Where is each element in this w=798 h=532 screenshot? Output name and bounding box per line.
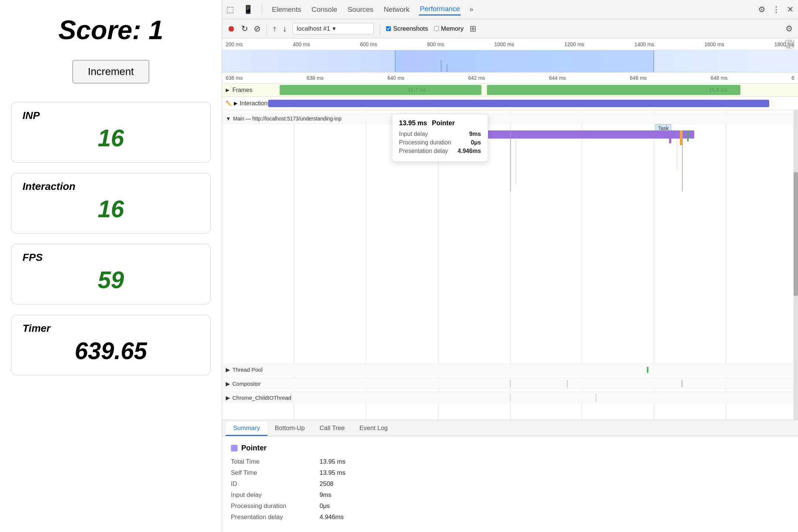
main-thread-label[interactable]: ▼ Main — http://localhost:5173/understan…: [222, 113, 798, 124]
ruler-1400ms: 1400 ms: [634, 41, 654, 47]
tooltip-input-delay-val: 9ms: [469, 131, 481, 137]
ruler-600ms: 600 ms: [360, 41, 377, 47]
interaction-label: Interaction: [23, 181, 199, 192]
devtools-tab-bar: ⬚ 📱 Elements Console Sources Network Per…: [222, 0, 798, 19]
timeline-ruler[interactable]: 200 ms 400 ms 600 ms 800 ms 1000 ms 1200…: [222, 38, 798, 50]
summary-total-time-key: Total Time: [231, 458, 320, 466]
v-spike-purple-1: [510, 132, 511, 191]
tab-bottom-up[interactable]: Bottom-Up: [267, 422, 312, 436]
zoom-644ms: 644 ms: [549, 75, 566, 81]
interactions-label: Interactions: [240, 100, 270, 107]
tooltip-presentation-row: Presentation delay 4.946ms: [399, 148, 481, 154]
record-button[interactable]: ⏺: [227, 24, 235, 34]
trace-scrollbar[interactable]: [794, 110, 798, 420]
screenshots-checkbox[interactable]: [386, 26, 391, 31]
close-icon[interactable]: ✕: [787, 5, 794, 14]
summary-input-delay-val: 9ms: [320, 491, 331, 499]
interaction-card: Interaction 16: [11, 173, 211, 233]
devtools-panel: ⬚ 📱 Elements Console Sources Network Per…: [222, 0, 798, 532]
ruler-1600ms: 1600 ms: [705, 41, 724, 47]
interactions-pencil-icon[interactable]: ✏️: [226, 100, 232, 106]
tab-elements[interactable]: Elements: [271, 4, 302, 15]
tooltip: 13.95 ms Pointer Input delay 9ms Process…: [392, 114, 488, 162]
summary-total-time-val: 13.95 ms: [320, 458, 345, 466]
bottom-tab-bar: Summary Bottom-Up Call Tree Event Log: [222, 420, 798, 436]
frames-label: Frames: [232, 87, 252, 93]
tab-event-log[interactable]: Event Log: [352, 422, 395, 436]
url-selector[interactable]: localhost #1 ▾: [293, 23, 374, 34]
tab-sources[interactable]: Sources: [347, 4, 374, 15]
compositor-tick-1: [510, 380, 511, 388]
main-thread-expand-icon[interactable]: ▼: [226, 116, 231, 122]
fps-value: 59: [23, 266, 199, 294]
interactions-row[interactable]: ✏️ ▶ Interactions: [222, 97, 798, 110]
reload-record-button[interactable]: ↻: [241, 24, 248, 34]
thread-pool-row[interactable]: ▶ Thread Pool: [222, 364, 798, 375]
chrome-io-expand-icon[interactable]: ▶: [226, 395, 230, 401]
ruler-800ms: 800 ms: [427, 41, 444, 47]
tab-console[interactable]: Console: [311, 4, 338, 15]
frames-expand-icon[interactable]: ▶: [226, 87, 229, 93]
tooltip-processing-label: Processing duration: [399, 139, 451, 146]
interactions-expand-icon[interactable]: ▶: [234, 100, 238, 106]
inspect-icon[interactable]: ⬚: [226, 5, 234, 14]
main-thread-url: Main — http://localhost:5173/understandi…: [233, 116, 341, 122]
summary-input-delay-key: Input delay: [231, 491, 320, 499]
summary-presentation-val: 4.946ms: [320, 514, 344, 521]
compositor-bar: [681, 381, 683, 387]
clear-button[interactable]: ⊘: [254, 24, 260, 34]
url-dropdown-icon[interactable]: ▾: [332, 25, 336, 33]
tab-call-tree[interactable]: Call Tree: [312, 422, 352, 436]
ruler-1200ms: 1200 ms: [565, 41, 584, 47]
summary-total-time-row: Total Time 13.95 ms: [231, 458, 789, 466]
download-icon[interactable]: ↓: [283, 24, 287, 34]
device-toolbar-icon[interactable]: 📱: [243, 5, 253, 14]
cpu-label: CPU: [785, 39, 794, 44]
interaction-value: 16: [23, 195, 199, 223]
increment-button[interactable]: Increment: [72, 60, 150, 83]
cpu-throttle-icon[interactable]: ⊞: [470, 24, 476, 34]
interaction-timeline-bar[interactable]: [268, 100, 769, 107]
summary-panel: Pointer Total Time 13.95 ms Self Time 13…: [222, 436, 798, 532]
tab-performance[interactable]: Performance: [419, 3, 461, 16]
ruler-labels: 200 ms 400 ms 600 ms 800 ms 1000 ms 1200…: [226, 41, 794, 47]
zoom-ruler[interactable]: 636 ms 638 ms 640 ms 642 ms 644 ms 646 m…: [222, 72, 798, 83]
score-value: 1: [149, 15, 163, 45]
timer-value: 639.65: [23, 337, 199, 365]
memory-checkbox[interactable]: [434, 26, 439, 31]
timeline-selection: [395, 50, 654, 72]
ruler-400ms: 400 ms: [293, 41, 310, 47]
compositor-expand-icon[interactable]: ▶: [226, 381, 230, 387]
tab-network[interactable]: Network: [383, 4, 410, 15]
score-label: Score:: [58, 15, 141, 45]
tooltip-type: Pointer: [432, 119, 455, 127]
thread-pool-expand-icon[interactable]: ▶: [226, 366, 230, 373]
summary-self-time-row: Self Time 13.95 ms: [231, 469, 789, 477]
upload-icon[interactable]: ↑: [273, 24, 277, 34]
trace-area[interactable]: ▼ Main — http://localhost:5173/understan…: [222, 110, 798, 420]
v-spike-purple-3: [682, 132, 683, 191]
more-tabs-icon[interactable]: »: [470, 6, 473, 13]
frames-row[interactable]: ▶ Frames 16.7 ms 16.8 ms: [222, 83, 798, 97]
memory-checkbox-group: Memory: [434, 25, 464, 33]
screenshots-checkbox-group: Screenshots: [386, 25, 428, 33]
compositor-row[interactable]: ▶ Compositor: [222, 378, 798, 389]
more-options-icon[interactable]: ⋮: [772, 5, 780, 14]
perf-settings-icon[interactable]: ⚙: [785, 24, 793, 34]
tooltip-input-delay-row: Input delay 9ms: [399, 131, 481, 137]
tab-summary[interactable]: Summary: [226, 422, 267, 436]
inp-value: 16: [23, 125, 199, 152]
summary-processing-val: 0μs: [320, 502, 330, 510]
mini-overview[interactable]: [222, 50, 798, 72]
settings-gear-icon[interactable]: ⚙: [758, 5, 765, 14]
tooltip-presentation-label: Presentation delay: [399, 148, 448, 154]
cpu-net-labels: CPU NET: [785, 39, 794, 50]
trace-scrollbar-thumb[interactable]: [794, 172, 798, 296]
flame-bar-main: [453, 130, 695, 139]
summary-presentation-row: Presentation delay 4.946ms: [231, 514, 789, 521]
summary-id-key: ID: [231, 480, 320, 488]
chrome-io-row[interactable]: ▶ Chrome_ChildIOThread: [222, 392, 798, 403]
tooltip-presentation-val: 4.946ms: [458, 148, 481, 154]
tooltip-input-delay-label: Input delay: [399, 131, 428, 137]
summary-presentation-key: Presentation delay: [231, 514, 320, 521]
